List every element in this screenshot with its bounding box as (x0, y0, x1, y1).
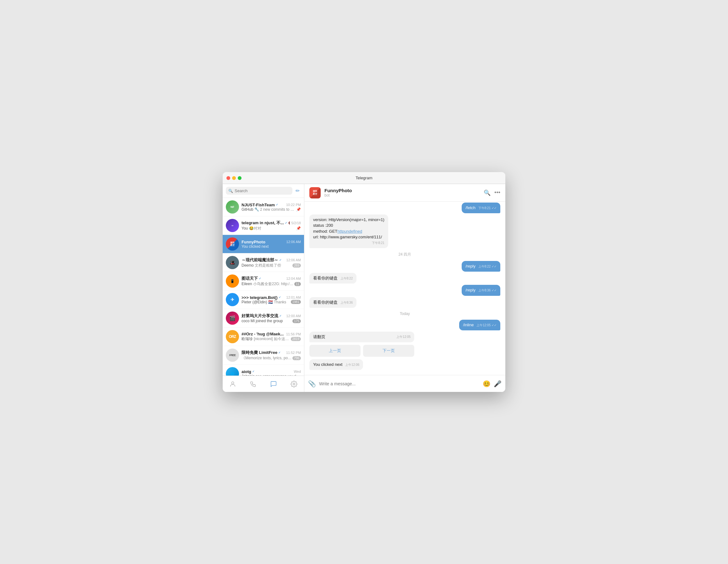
bot-button-0[interactable]: 上一页 (309, 345, 361, 357)
maximize-button[interactable] (238, 176, 242, 180)
svg-point-1 (293, 383, 295, 385)
chat-list-item-njust-fishteam[interactable]: NFNJUST-FishTeam ✓10:22 PMGitHub 🔧 2 new… (223, 198, 304, 216)
date-divider: Today (309, 312, 500, 316)
chat-sender: Pieter (@Eldin) 🇳🇱 (242, 300, 274, 304)
chat-list-item-telegram-bot[interactable]: ✈>>> telegram.Bot() ✓12:01 AMPieter (@El… (223, 290, 304, 309)
chat-list-item-telegram-in-njust[interactable]: ∞telegram in njust, 不... ✓ 🔇5/2/18You 😂对… (223, 216, 304, 235)
verified-icon: ✓ (285, 333, 285, 336)
verified-icon: ✓ (252, 370, 255, 373)
chat-name: 好莱坞大片分享交流 ✓ (242, 313, 282, 319)
compose-icon[interactable]: ✏ (294, 187, 301, 195)
nav-calls[interactable] (247, 378, 259, 390)
message-row: /reply 上午8:36 ✓✓ (309, 285, 500, 296)
avatar: 📱 (226, 274, 239, 288)
avatar: 🎩 (226, 256, 239, 269)
chat-list-item-limitfree[interactable]: FREE限時免費 LimitFree ✓11:52 PM《Memorize te… (223, 346, 304, 365)
chat-name: 图话天下 ✓ (242, 276, 261, 281)
chat-name: telegram in njust, 不... ✓ 🔇 (242, 220, 290, 226)
bot-button-1[interactable]: 下一页 (363, 345, 414, 357)
message-text: /reply (465, 288, 475, 292)
chat-preview: coco MI joined the group (242, 319, 292, 323)
minimize-button[interactable] (232, 176, 236, 180)
chat-time: 11:56 PM (286, 332, 301, 336)
emoji-icon[interactable]: 😊 (483, 380, 491, 388)
chat-list-item-funnyphoto[interactable]: 游民星空FunnyPhoto ✓12:06 AMYou clicked next (223, 235, 304, 253)
message-time: 上午8:36 (340, 301, 353, 304)
chat-preview: You 😂对对 (242, 226, 296, 231)
avatar: 🌐 (226, 367, 239, 376)
chat-list-item-tuhatiandi[interactable]: 📱图话天下 ✓12:04 AMEileen 小鸟酱全套22G: http://s… (223, 272, 304, 290)
message-time: 上午8:22 (340, 277, 353, 280)
message-input[interactable] (319, 381, 480, 386)
chat-time: 12:06 AM (286, 258, 301, 262)
nav-settings[interactable] (288, 378, 300, 390)
app-window: Telegram 🔍 ✏ NFNJUST-FishTeam ✓10:22 PMG… (223, 172, 505, 392)
message-text: 请翻页 (313, 334, 325, 340)
avatar: NF (226, 200, 239, 214)
message-bubble: /fetch 下午8:21 ✓✓ (462, 203, 500, 213)
titlebar: Telegram (223, 172, 505, 184)
message-text: /reply (465, 264, 475, 268)
avatar: ✈ (226, 293, 239, 306)
chat-list-item-hollywood[interactable]: 🎬好莱坞大片分享交流 ✓12:00 AMcoco MI joined the g… (223, 309, 304, 328)
main-content: 🔍 ✏ NFNJUST-FishTeam ✓10:22 PMGitHub 🔧 2… (223, 184, 505, 392)
message-text: 看看你的键盘 (313, 300, 338, 305)
message-text: 看看你的键盘 (313, 276, 338, 280)
chat-time: 10:22 PM (286, 203, 301, 207)
chat-sender: Eileen (242, 282, 253, 286)
more-options-icon[interactable]: ••• (494, 189, 500, 196)
chat-preview: GitHub 🔧 2 new commits to NJUST_... (242, 207, 296, 212)
message-row: 看看你的键盘 上午8:22 (309, 273, 500, 284)
unread-badge: 796 (292, 356, 301, 360)
svg-point-0 (232, 382, 234, 384)
chat-name: NJUST-FishTeam ✓ (242, 203, 278, 207)
message-time: 下午8:21 (372, 241, 384, 245)
message-bubble: 看看你的键盘 上午8:36 (309, 297, 356, 308)
attach-icon[interactable]: 📎 (308, 380, 316, 388)
close-button[interactable] (226, 176, 230, 180)
message-line: status :200 (313, 223, 384, 228)
unread-badge: 175 (292, 319, 301, 323)
chat-preview: Johnnie все отправляется как document (242, 374, 301, 376)
chat-header-name: FunnyPhoto (324, 188, 480, 193)
message-link[interactable]: httpundefined (337, 229, 362, 234)
search-input-wrap[interactable]: 🔍 (226, 187, 292, 195)
chat-time: Wed (294, 370, 301, 373)
message-time: 下午8:21 ✓✓ (477, 206, 497, 210)
message-row: 看看你的键盘 上午8:36 (309, 297, 500, 308)
verified-icon: ✓ (279, 258, 282, 262)
chat-name: ##Orz - 'hug @Maek... ✓ (242, 332, 285, 336)
chat-list-item-modern-frontend[interactable]: 🎩～现代前端魔法部～ ✓12:06 AMDeemo 文档是粗糙了些269 (223, 253, 304, 272)
pin-icon: 📌 (296, 226, 301, 230)
nav-contacts[interactable] (226, 378, 239, 390)
message-row: /fetch 下午8:21 ✓✓ (309, 203, 500, 213)
verified-icon: ✓ (276, 203, 278, 206)
chat-sender: Deemo (242, 263, 255, 268)
message-bubble: 看看你的键盘 上午8:22 (309, 273, 356, 284)
window-title: Telegram (356, 176, 372, 180)
mic-icon[interactable]: 🎤 (494, 380, 502, 388)
message-time: 上午8:36 ✓✓ (477, 289, 497, 292)
avatar: FREE (226, 349, 239, 362)
search-chat-icon[interactable]: 🔍 (484, 189, 491, 196)
nav-chats[interactable] (267, 378, 280, 390)
unread-badge: 1981 (291, 300, 301, 304)
message-row: version: HttpVersion(major=1, minor=1)st… (309, 214, 500, 248)
message-bubble: 请翻页上午12:05 (309, 332, 414, 342)
chat-list-item-orz[interactable]: ORZ##Orz - 'hug @Maek... ✓11:56 PM欧瑞珍 [n… (223, 328, 304, 346)
bot-buttons: 上一页下一页 (309, 345, 414, 357)
message-bubble: /inline 上午12:05 ✓✓ (459, 320, 500, 330)
search-input[interactable] (235, 188, 290, 193)
chat-time: 12:01 AM (286, 296, 301, 299)
chat-sender: GitHub (242, 207, 254, 212)
message-time: 上午12:05 ✓✓ (475, 323, 497, 327)
message-bubble: You clicked next 上午12:06 (309, 359, 363, 370)
verified-icon: ✓ (279, 314, 282, 317)
verified-icon: ✓ (285, 221, 287, 225)
verified-icon: ✓ (279, 296, 281, 299)
search-bar: 🔍 ✏ (223, 184, 304, 198)
chat-list-item-aiotg[interactable]: 🌐aiotg ✓WedJohnnie все отправляется как … (223, 365, 304, 376)
chat-preview: Deemo 文档是粗糙了些 (242, 263, 292, 268)
mute-icon: 🔇 (288, 221, 290, 225)
chat-time: 11:52 PM (286, 351, 301, 355)
